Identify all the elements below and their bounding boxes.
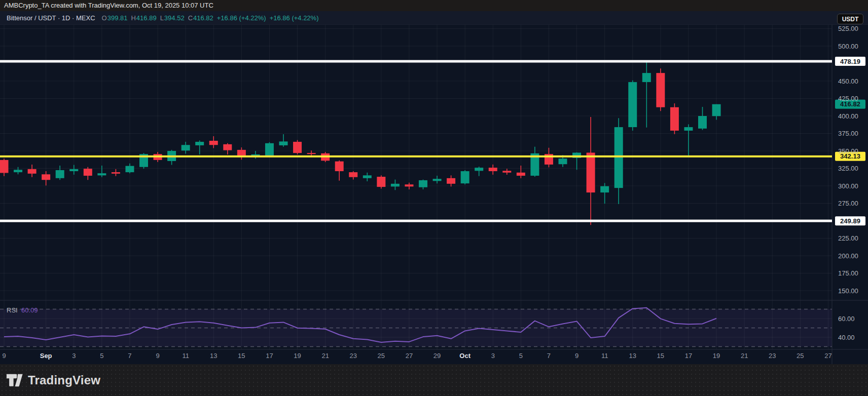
svg-text:275.00: 275.00: [838, 200, 858, 207]
svg-text:150.00: 150.00: [838, 287, 858, 295]
svg-text:7: 7: [547, 352, 551, 360]
svg-text:17: 17: [266, 352, 273, 360]
price-chart-canvas[interactable]: 478.19342.13249.89416.82525.00500.00450.…: [0, 25, 868, 364]
candle: [84, 167, 92, 180]
svg-text:19: 19: [294, 352, 301, 360]
svg-text:27: 27: [824, 352, 831, 360]
candle: [530, 147, 539, 177]
candle: [377, 175, 385, 188]
price-axis[interactable]: 525.00500.00450.00425.00400.00375.00350.…: [838, 25, 858, 341]
svg-text:350.00: 350.00: [838, 147, 858, 155]
candle: [391, 180, 400, 190]
svg-text:249.89: 249.89: [840, 217, 860, 225]
svg-text:200.00: 200.00: [838, 252, 858, 260]
level-price-label: 249.89: [835, 216, 865, 225]
svg-text:478.19: 478.19: [840, 58, 860, 65]
svg-text:500.00: 500.00: [838, 43, 858, 50]
svg-text:13: 13: [629, 352, 636, 360]
candle: [182, 142, 190, 153]
candle: [223, 143, 232, 154]
svg-text:25: 25: [378, 352, 385, 360]
horizontal-gridlines: [0, 29, 832, 338]
candle: [56, 166, 64, 180]
candle: [349, 171, 357, 180]
candle: [572, 152, 581, 170]
candle: [251, 151, 260, 159]
resistance-support-line[interactable]: [0, 220, 832, 222]
svg-text:7: 7: [128, 352, 131, 360]
ohlc-low: L394.52: [160, 14, 185, 22]
svg-text:21: 21: [741, 352, 748, 360]
candle: [517, 166, 525, 178]
svg-text:325.00: 325.00: [838, 165, 858, 172]
time-axis[interactable]: 9Sep357911131517192123252729Oct357911131…: [2, 352, 831, 360]
candlestick-series: [0, 61, 721, 225]
candle: [628, 81, 637, 131]
candle: [656, 68, 665, 111]
svg-text:29: 29: [433, 352, 441, 360]
svg-text:23: 23: [769, 352, 776, 360]
candle: [363, 173, 372, 181]
candle: [14, 167, 22, 174]
svg-text:9: 9: [575, 352, 578, 360]
candle: [475, 167, 483, 176]
svg-text:225.00: 225.00: [838, 234, 858, 242]
svg-text:Sep: Sep: [40, 352, 52, 360]
svg-text:300.00: 300.00: [838, 182, 858, 190]
tradingview-logo-icon[interactable]: [6, 373, 23, 387]
candle: [433, 176, 442, 183]
svg-text:17: 17: [685, 352, 692, 360]
candle: [265, 142, 274, 157]
watermark-topbar: AMBCrypto_TA created with TradingView.co…: [0, 0, 868, 11]
svg-text:11: 11: [182, 352, 189, 360]
currency-usdt-button[interactable]: USDT: [837, 14, 863, 24]
svg-text:13: 13: [210, 352, 217, 360]
candle: [698, 107, 707, 130]
svg-text:9: 9: [156, 352, 159, 360]
ohlc-high: H416.89: [131, 14, 156, 22]
candle: [293, 140, 302, 154]
vertical-gridlines: [4, 25, 828, 349]
svg-text:RSI: RSI: [7, 306, 18, 314]
candle: [642, 61, 651, 127]
alert-level-line[interactable]: [0, 155, 832, 157]
candle: [670, 103, 679, 134]
symbol-title[interactable]: Bittensor / USDT · 1D · MEXC: [7, 14, 95, 22]
candle: [42, 171, 50, 185]
change-value-repeat: +16.86 (+4.22%): [270, 14, 319, 22]
candle: [97, 166, 106, 177]
svg-text:175.00: 175.00: [838, 269, 858, 277]
svg-text:525.00: 525.00: [838, 25, 858, 32]
svg-text:450.00: 450.00: [838, 77, 858, 85]
svg-text:40.00: 40.00: [838, 334, 855, 341]
ohlc-close: C416.82: [188, 14, 213, 22]
candle: [600, 183, 609, 204]
svg-text:9: 9: [2, 352, 6, 360]
resistance-support-line[interactable]: [0, 60, 832, 63]
candle: [502, 169, 511, 175]
svg-text:21: 21: [321, 352, 329, 360]
candle: [712, 104, 721, 120]
candle: [69, 165, 78, 175]
candle: [28, 165, 37, 177]
svg-text:425.00: 425.00: [838, 95, 858, 102]
svg-text:3: 3: [491, 352, 495, 360]
change-value: +16.86 (+4.22%): [217, 14, 266, 22]
tradingview-chart-window: AMBCrypto_TA created with TradingView.co…: [0, 0, 868, 396]
candle: [0, 159, 9, 176]
svg-text:400.00: 400.00: [838, 112, 858, 120]
candle: [419, 180, 427, 189]
svg-text:15: 15: [657, 352, 664, 360]
svg-text:27: 27: [406, 352, 413, 360]
svg-text:60.00: 60.00: [838, 315, 855, 323]
candle: [139, 153, 148, 169]
candle: [279, 134, 288, 147]
rsi-legend[interactable]: RSI60.09: [7, 306, 38, 314]
svg-text:25: 25: [797, 352, 804, 360]
tradingview-brand-text[interactable]: TradingView: [28, 373, 100, 387]
watermark-text: AMBCrypto_TA created with TradingView.co…: [4, 2, 213, 9]
candle: [447, 175, 455, 186]
candle: [461, 170, 469, 184]
svg-text:15: 15: [238, 352, 245, 360]
svg-text:11: 11: [601, 352, 608, 360]
